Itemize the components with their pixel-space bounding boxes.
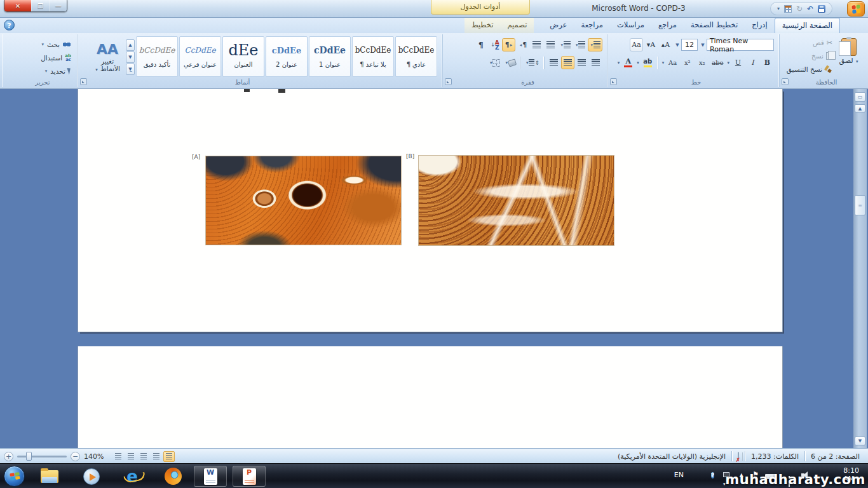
view-print-layout-button[interactable]	[163, 451, 175, 462]
grow-font-button[interactable]: A▲	[659, 38, 672, 51]
zoom-out-button[interactable]: −	[71, 452, 80, 461]
font-family-value[interactable]: Times New Roman	[707, 39, 774, 51]
figure-b-image[interactable]	[418, 155, 614, 246]
paragraph-dialog-launcher-icon[interactable]	[445, 78, 452, 85]
page-indicator[interactable]: الصفحة: 2 من 6	[805, 452, 865, 461]
shrink-font-button[interactable]: A▼	[644, 38, 658, 51]
tab-mailings[interactable]: مراسلات	[610, 18, 651, 33]
view-reading-button[interactable]	[151, 451, 162, 462]
highlight-dropdown-icon[interactable]: ▾	[636, 60, 640, 65]
font-dialog-launcher-icon[interactable]	[610, 78, 617, 85]
figure-a-image[interactable]	[205, 156, 402, 245]
select-button[interactable]: تحديد▾	[3, 65, 75, 77]
taskbar-item-word[interactable]: W	[194, 466, 227, 487]
find-button[interactable]: بحث▾	[3, 38, 75, 50]
font-size-combo[interactable]: ▼ 12	[674, 39, 698, 51]
vertical-scrollbar[interactable]: ▭ ▲ ▼	[853, 89, 867, 448]
superscript-button[interactable]: x²	[681, 56, 694, 69]
taskbar-item-powerpoint[interactable]: P	[233, 466, 266, 487]
minimize-button[interactable]: —	[49, 0, 67, 11]
paste-button[interactable]: لصق ▾	[836, 36, 862, 79]
increase-indent-button[interactable]	[530, 38, 543, 51]
style-title[interactable]: dEe العنوان	[222, 36, 264, 77]
center-button[interactable]	[561, 56, 574, 69]
show-hide-marks-button[interactable]: ¶	[474, 38, 487, 51]
decrease-indent-button[interactable]	[544, 38, 557, 51]
bullets-button[interactable]: ▾	[588, 38, 602, 51]
sort-button[interactable]: AZ↓	[488, 38, 501, 51]
font-family-combo[interactable]: ▼ Times New Roman	[699, 39, 774, 51]
ruler-toggle-icon[interactable]: ▭	[855, 92, 865, 102]
word-count[interactable]: الكلمات: 1,233	[745, 452, 804, 461]
font-family-dropdown-icon[interactable]: ▼	[699, 39, 707, 51]
style-subtle-emphasis[interactable]: bCcDdEe تأكيد دقيق	[136, 36, 178, 77]
undo-icon[interactable]: ↶	[807, 5, 813, 13]
styles-dialog-launcher-icon[interactable]	[80, 78, 87, 85]
subscript-button[interactable]: x₂	[695, 56, 709, 69]
shading-button[interactable]: ▾	[503, 56, 518, 69]
styles-gallery-more-icon[interactable]: ▼̲	[126, 64, 135, 75]
zoom-percentage[interactable]: 140%	[84, 452, 104, 461]
tab-home[interactable]: الصفحة الرئيسية	[775, 18, 840, 33]
table-tool-icon[interactable]	[784, 5, 792, 13]
ltr-direction-button[interactable]: ¶◂	[516, 38, 529, 51]
style-normal[interactable]: bCcDdEe عادي¶	[395, 36, 437, 77]
tab-table-design[interactable]: تصميم	[500, 18, 534, 33]
font-size-value[interactable]: 12	[681, 39, 698, 51]
change-case-dropdown-icon[interactable]: ▾	[661, 60, 665, 65]
strikethrough-button[interactable]: abe	[710, 56, 725, 69]
help-icon[interactable]: ?	[4, 20, 15, 30]
multilevel-list-button[interactable]: ▾	[558, 38, 573, 51]
proofing-status-button[interactable]	[732, 452, 745, 461]
zoom-slider[interactable]	[17, 456, 67, 458]
tab-insert[interactable]: إدراج	[745, 18, 775, 33]
save-icon[interactable]	[818, 5, 825, 13]
tab-table-layout[interactable]: تخطيط	[465, 18, 500, 33]
underline-button[interactable]: U	[731, 56, 745, 69]
italic-button[interactable]: I	[746, 56, 759, 69]
zoom-in-button[interactable]: +	[4, 452, 13, 461]
change-case-button[interactable]: Aa	[666, 56, 679, 69]
underline-dropdown-icon[interactable]: ▾	[726, 60, 730, 65]
taskbar-item-explorer[interactable]	[37, 467, 62, 485]
font-color-button[interactable]: A	[621, 56, 635, 69]
taskbar-item-firefox[interactable]	[160, 467, 186, 485]
start-button[interactable]	[4, 466, 25, 487]
font-size-dropdown-icon[interactable]: ▼	[674, 39, 681, 51]
align-right-button[interactable]	[589, 56, 602, 69]
bold-button[interactable]: B	[761, 56, 774, 69]
styles-scroll-down-icon[interactable]: ▼	[126, 51, 135, 63]
rtl-direction-button[interactable]: ▸¶	[502, 38, 515, 51]
line-spacing-button[interactable]: ⇕▾	[524, 56, 541, 69]
tab-references[interactable]: مراجع	[651, 18, 684, 33]
clipboard-dialog-launcher-icon[interactable]	[782, 78, 789, 85]
close-button[interactable]: ✕	[4, 0, 31, 11]
view-draft-button[interactable]	[112, 451, 124, 462]
style-no-spacing[interactable]: bCcDdEe بلا تباعد¶	[352, 36, 394, 77]
office-button[interactable]	[847, 1, 865, 17]
style-heading1[interactable]: cDdEe عنوان 1	[309, 36, 351, 77]
scroll-down-icon[interactable]: ▼	[855, 437, 865, 445]
qat-customize-icon[interactable]: ▾	[777, 5, 780, 13]
document-page-2[interactable]	[78, 346, 783, 449]
numbering-button[interactable]: ▾	[573, 38, 588, 51]
language-bar[interactable]: EN	[674, 471, 684, 479]
tab-page-layout[interactable]: تخطيط الصفحة	[684, 18, 745, 33]
taskbar-item-internet-explorer[interactable]: e	[119, 467, 145, 485]
scrollbar-thumb[interactable]	[855, 195, 865, 215]
restore-button[interactable]: ❐	[31, 0, 49, 11]
format-painter-button[interactable]: نسخ التنسيق	[782, 64, 832, 75]
align-left-button[interactable]	[575, 56, 588, 69]
view-outline-button[interactable]	[125, 451, 137, 462]
justify-button[interactable]	[547, 56, 560, 69]
borders-button[interactable]: ▾	[487, 56, 503, 69]
help-tray-icon[interactable]: ?	[711, 471, 714, 480]
style-heading2[interactable]: cDdEe عنوان 2	[266, 36, 308, 77]
language-indicator[interactable]: الإنجليزية (الولايات المتحدة الأمريكية)	[612, 452, 731, 461]
replace-button[interactable]: abac استبدال	[3, 51, 75, 64]
zoom-slider-thumb[interactable]	[26, 452, 32, 461]
taskbar-item-media-player[interactable]	[79, 467, 104, 485]
clear-formatting-button[interactable]: Aa	[630, 38, 643, 51]
tab-review[interactable]: مراجعة	[574, 18, 610, 33]
scroll-up-icon[interactable]: ▲	[855, 104, 865, 112]
